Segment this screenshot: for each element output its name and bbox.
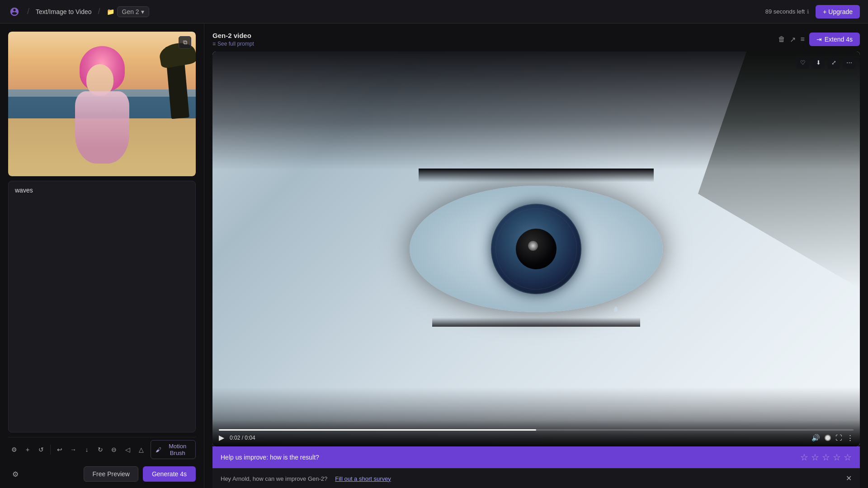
extend-label: Extend 4s xyxy=(825,36,853,43)
extend-button[interactable]: ⇥ Extend 4s xyxy=(809,33,860,46)
video-header: Gen-2 video ≡ See full prompt 🗑 ↗ ≡ ⇥ Ex… xyxy=(212,32,860,47)
toolbar-row: ⚙ + ↺ ↩ → ↓ ↻ ⊖ ◁ xyxy=(8,437,196,462)
info-icon: ℹ xyxy=(807,9,809,15)
survey-bar: Hey Arnold, how can we improve Gen-2? Fi… xyxy=(212,468,860,488)
add-icon: + xyxy=(26,446,29,453)
eye-outer xyxy=(410,177,663,321)
prompt-area: waves xyxy=(8,181,196,432)
expand-corner-icon[interactable]: ⤢ xyxy=(827,56,840,69)
toolbar-arrow-right-btn[interactable]: → xyxy=(67,442,79,457)
nav-separator-2: / xyxy=(98,7,100,16)
toolbar-prev-btn[interactable]: ◁ xyxy=(122,442,133,457)
toolbar-zoom-btn[interactable]: ⊖ xyxy=(108,442,120,457)
generate-label: Generate 4s xyxy=(152,470,187,478)
survey-link[interactable]: Fill out a short survey xyxy=(335,475,391,482)
logo[interactable] xyxy=(8,5,21,18)
sliders-icon: ⚙ xyxy=(12,470,19,479)
see-prompt-text: See full prompt xyxy=(217,41,254,47)
star-2[interactable]: ☆ xyxy=(811,452,819,463)
gen2-label: Gen 2 xyxy=(122,8,139,15)
toolbar-loop-btn[interactable]: ↻ xyxy=(94,442,106,457)
star-4[interactable]: ☆ xyxy=(833,452,841,463)
fullscreen-icon: ⛶ xyxy=(835,434,842,441)
advanced-settings-button[interactable]: ⚙ xyxy=(8,467,23,481)
brush-icon: 🖌 xyxy=(156,446,161,453)
timer-area: 89 seconds left ℹ xyxy=(765,8,809,15)
eye-pupil xyxy=(516,229,557,269)
refresh-icon: ↺ xyxy=(38,446,44,453)
play-button[interactable]: ▶ xyxy=(219,433,224,442)
star-3[interactable]: ☆ xyxy=(822,452,830,463)
more-options-button[interactable]: ⋮ xyxy=(847,434,854,442)
prompt-input[interactable]: waves xyxy=(15,187,189,427)
loop-icon: ↻ xyxy=(98,446,103,453)
free-preview-button[interactable]: Free Preview xyxy=(84,466,138,482)
toolbar-arrow-left-btn[interactable]: ↩ xyxy=(54,442,66,457)
zoom-icon: ⊖ xyxy=(111,446,117,453)
copy-image-button[interactable]: ⧉ xyxy=(179,36,191,49)
lash-shadow-top xyxy=(419,169,654,182)
list-icon: ≡ xyxy=(212,41,216,47)
nav-text-image-to-video[interactable]: Text/Image to Video xyxy=(36,8,91,15)
copy-icon: ⧉ xyxy=(183,39,187,46)
upgrade-label: + Upgrade xyxy=(823,8,853,15)
fullscreen-button[interactable]: ⛶ xyxy=(835,434,842,441)
action-buttons: Free Preview Generate 4s xyxy=(84,466,196,482)
generate-button[interactable]: Generate 4s xyxy=(143,466,196,482)
delete-icon[interactable]: 🗑 xyxy=(778,35,785,43)
video-player[interactable]: ♡ ⬇ ⤢ ⋯ ▶ 0:02 / 0:04 xyxy=(212,52,860,446)
motion-brush-label: Motion Brush xyxy=(164,443,191,456)
triangle-icon: △ xyxy=(139,446,144,453)
share-icon[interactable]: ↗ xyxy=(790,35,796,44)
feedback-banner: Help us improve: how is the result? ☆ ☆ … xyxy=(212,446,860,468)
video-title-area: Gen-2 video ≡ See full prompt xyxy=(212,32,254,47)
star-1[interactable]: ☆ xyxy=(800,452,808,463)
menu-icon[interactable]: ≡ xyxy=(800,35,804,43)
toolbar-settings-btn[interactable]: ⚙ xyxy=(8,442,20,457)
nav-folder-area: 📁 Gen 2 ▾ xyxy=(107,6,149,17)
nav-text-image-label: Text/Image to Video xyxy=(36,8,91,15)
controls-row: ▶ 0:02 / 0:04 🔊 ⛶ ⋮ xyxy=(219,433,854,442)
volume-icon: 🔊 xyxy=(811,434,820,442)
progress-bar[interactable] xyxy=(219,429,854,431)
toolbar-triangle-btn[interactable]: △ xyxy=(135,442,147,457)
video-controls: ▶ 0:02 / 0:04 🔊 ⛶ ⋮ xyxy=(212,420,860,446)
video-title: Gen-2 video xyxy=(212,32,254,39)
nav-right: 89 seconds left ℹ + Upgrade xyxy=(765,5,860,19)
more-icon: ⋮ xyxy=(847,434,854,442)
nav-separator: / xyxy=(27,7,29,16)
survey-message: Hey Arnold, how can we improve Gen-2? Fi… xyxy=(221,474,391,483)
gen2-badge[interactable]: Gen 2 ▾ xyxy=(117,6,149,17)
video-corner-icons: ♡ ⬇ ⤢ ⋯ xyxy=(797,56,855,69)
play-icon: ▶ xyxy=(219,433,224,442)
eye-highlight xyxy=(528,241,538,251)
right-panel: Gen-2 video ≡ See full prompt 🗑 ↗ ≡ ⇥ Ex… xyxy=(204,23,868,488)
survey-text: Hey Arnold, how can we improve Gen-2? xyxy=(221,475,327,482)
see-full-prompt-link[interactable]: ≡ See full prompt xyxy=(212,41,254,47)
motion-brush-button[interactable]: 🖌 Motion Brush xyxy=(151,440,196,459)
beach-scene-image xyxy=(8,32,196,176)
arrow-left-icon: ↩ xyxy=(57,446,62,453)
toolbar-arrow-down-btn[interactable]: ↓ xyxy=(81,442,93,457)
dress xyxy=(75,91,129,164)
nav-left: / Text/Image to Video / 📁 Gen 2 ▾ xyxy=(8,5,149,18)
volume-knob[interactable] xyxy=(825,435,831,441)
image-preview-container: ⧉ xyxy=(8,32,196,176)
tear-drop xyxy=(613,306,618,313)
settings-icon: ⚙ xyxy=(11,446,17,453)
heart-corner-icon[interactable]: ♡ xyxy=(797,56,809,69)
toolbar-refresh-btn[interactable]: ↺ xyxy=(35,442,47,457)
feedback-text: Help us improve: how is the result? xyxy=(221,454,319,461)
prev-icon: ◁ xyxy=(125,446,130,453)
download-corner-icon[interactable]: ⬇ xyxy=(812,56,825,69)
volume-button[interactable]: 🔊 xyxy=(811,434,820,442)
time-display: 0:02 / 0:04 xyxy=(230,435,255,441)
survey-close-button[interactable]: ✕ xyxy=(846,474,852,483)
bottom-action-bar: ⚙ Free Preview Generate 4s xyxy=(8,466,196,482)
upgrade-button[interactable]: + Upgrade xyxy=(816,5,860,19)
timer-display: 89 seconds left xyxy=(765,8,805,15)
more-corner-icon[interactable]: ⋯ xyxy=(843,56,855,69)
star-5[interactable]: ☆ xyxy=(844,452,852,463)
toolbar-add-btn[interactable]: + xyxy=(22,442,33,457)
top-navigation: / Text/Image to Video / 📁 Gen 2 ▾ 89 sec… xyxy=(0,0,868,23)
